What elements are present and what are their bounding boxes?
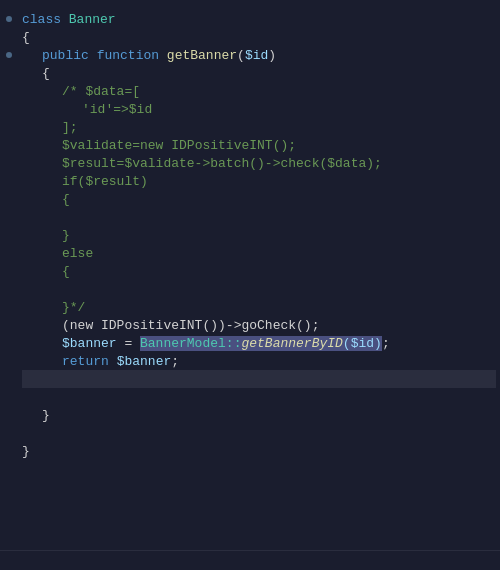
gutter-line xyxy=(5,82,13,100)
code-token: $banner xyxy=(117,354,172,369)
code-token: $validate xyxy=(62,138,132,153)
gutter-line xyxy=(5,136,13,154)
code-line: class Banner xyxy=(22,10,496,28)
code-line xyxy=(22,208,496,226)
code-line: { xyxy=(22,190,496,208)
code-token: $id xyxy=(245,48,268,63)
code-token: } xyxy=(22,444,30,459)
code-line: return $banner; xyxy=(22,352,496,370)
gutter-line xyxy=(5,154,13,172)
code-token: =$validate->batch()->check($data); xyxy=(117,156,382,171)
code-line xyxy=(22,388,496,406)
code-token: }*/ xyxy=(62,300,85,315)
gutter-line xyxy=(5,298,13,316)
code-line: public function getBanner($id) xyxy=(22,46,496,64)
code-line: $validate=new IDPositiveINT(); xyxy=(22,136,496,154)
code-token: { xyxy=(62,264,70,279)
gutter-line xyxy=(5,388,13,406)
gutter-line xyxy=(5,280,13,298)
code-token: ( xyxy=(237,48,245,63)
gutter xyxy=(0,10,18,550)
code-line: 'id'=>$id xyxy=(22,100,496,118)
code-token: =new IDPositiveINT(); xyxy=(132,138,296,153)
code-token: } xyxy=(42,408,50,423)
code-token xyxy=(109,354,117,369)
bottom-bar xyxy=(0,550,500,570)
code-token: = xyxy=(117,336,140,351)
code-line xyxy=(22,424,496,442)
gutter-line xyxy=(5,226,13,244)
code-token: ; xyxy=(312,318,320,333)
code-token: Banner xyxy=(69,12,116,27)
code-line xyxy=(22,370,496,388)
gutter-line xyxy=(5,190,13,208)
code-line: { xyxy=(22,64,496,82)
gutter-line xyxy=(5,316,13,334)
code-token: { xyxy=(62,192,70,207)
code-line: }*/ xyxy=(22,298,496,316)
code-line: /* $data=[ xyxy=(22,82,496,100)
gutter-line xyxy=(5,406,13,424)
code-token: public xyxy=(42,48,89,63)
code-token: { xyxy=(22,30,30,45)
code-token xyxy=(89,48,97,63)
gutter-line xyxy=(5,424,13,442)
code-content: class Banner{public function getBanner($… xyxy=(18,10,500,550)
code-line: else xyxy=(22,244,496,262)
gutter-line xyxy=(5,100,13,118)
gutter-line xyxy=(5,442,13,460)
title-bar xyxy=(0,0,500,10)
code-token: ; xyxy=(171,354,179,369)
code-token: function xyxy=(97,48,159,63)
code-token: ) xyxy=(268,48,276,63)
code-token: /* $data=[ xyxy=(62,84,140,99)
code-token: BannerModel:: xyxy=(140,336,241,351)
code-token: getBanner xyxy=(167,48,237,63)
gutter-line xyxy=(5,64,13,82)
gutter-line xyxy=(5,10,13,28)
code-token: ; xyxy=(382,336,390,351)
code-token: 'id'=>$id xyxy=(82,102,152,117)
code-line: { xyxy=(22,262,496,280)
code-line: $result=$validate->batch()->check($data)… xyxy=(22,154,496,172)
gutter-line xyxy=(5,352,13,370)
gutter-line xyxy=(5,172,13,190)
code-line: } xyxy=(22,406,496,424)
code-area: class Banner{public function getBanner($… xyxy=(0,10,500,550)
gutter-line xyxy=(5,208,13,226)
code-token: { xyxy=(42,66,50,81)
code-editor: class Banner{public function getBanner($… xyxy=(0,0,500,570)
code-token: return xyxy=(62,354,109,369)
code-token: class xyxy=(22,12,69,27)
code-token: ($id) xyxy=(343,336,382,351)
gutter-line xyxy=(5,370,13,388)
gutter-line xyxy=(5,262,13,280)
code-line xyxy=(22,280,496,298)
code-token: if($result) xyxy=(62,174,148,189)
code-token: $result xyxy=(62,156,117,171)
code-line: { xyxy=(22,28,496,46)
code-line: $banner = BannerModel::getBannerByID($id… xyxy=(22,334,496,352)
gutter-line xyxy=(5,334,13,352)
gutter-line xyxy=(5,46,13,64)
code-token: $banner xyxy=(62,336,117,351)
code-token: ]; xyxy=(62,120,78,135)
code-token: getBannerByID xyxy=(241,336,342,351)
code-token: else xyxy=(62,246,93,261)
code-line: ]; xyxy=(22,118,496,136)
code-line: if($result) xyxy=(22,172,496,190)
code-token xyxy=(159,48,167,63)
gutter-line xyxy=(5,244,13,262)
code-line: } xyxy=(22,226,496,244)
code-token: (new IDPositiveINT())->goCheck() xyxy=(62,318,312,333)
gutter-line xyxy=(5,28,13,46)
code-token: } xyxy=(62,228,70,243)
code-line: (new IDPositiveINT())->goCheck(); xyxy=(22,316,496,334)
code-line: } xyxy=(22,442,496,460)
gutter-line xyxy=(5,118,13,136)
